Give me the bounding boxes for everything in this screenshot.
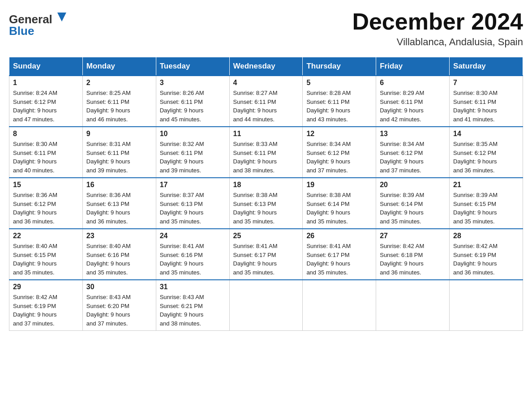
table-row: 4 Sunrise: 8:27 AMSunset: 6:11 PMDayligh… bbox=[229, 76, 303, 127]
day-number: 22 bbox=[13, 232, 79, 240]
day-number: 15 bbox=[13, 181, 79, 189]
table-row: 10 Sunrise: 8:32 AMSunset: 6:11 PMDaylig… bbox=[156, 127, 229, 178]
day-info: Sunrise: 8:41 AMSunset: 6:17 PMDaylight:… bbox=[306, 243, 351, 276]
col-monday: Monday bbox=[82, 57, 156, 76]
day-info: Sunrise: 8:42 AMSunset: 6:19 PMDaylight:… bbox=[453, 243, 498, 276]
day-number: 6 bbox=[380, 79, 446, 87]
day-info: Sunrise: 8:43 AMSunset: 6:20 PMDaylight:… bbox=[86, 294, 131, 327]
col-wednesday: Wednesday bbox=[229, 57, 303, 76]
table-row: 27 Sunrise: 8:42 AMSunset: 6:18 PMDaylig… bbox=[376, 229, 450, 280]
table-row: 6 Sunrise: 8:29 AMSunset: 6:11 PMDayligh… bbox=[376, 76, 450, 127]
day-number: 2 bbox=[86, 79, 152, 87]
week-row-4: 22 Sunrise: 8:40 AMSunset: 6:15 PMDaylig… bbox=[9, 229, 523, 280]
col-sunday: Sunday bbox=[9, 57, 83, 76]
day-info: Sunrise: 8:36 AMSunset: 6:13 PMDaylight:… bbox=[86, 192, 131, 225]
day-info: Sunrise: 8:34 AMSunset: 6:12 PMDaylight:… bbox=[380, 141, 424, 174]
day-info: Sunrise: 8:31 AMSunset: 6:11 PMDaylight:… bbox=[86, 141, 131, 174]
day-info: Sunrise: 8:39 AMSunset: 6:15 PMDaylight:… bbox=[453, 192, 498, 225]
week-row-2: 8 Sunrise: 8:30 AMSunset: 6:11 PMDayligh… bbox=[9, 127, 523, 178]
week-row-1: 1 Sunrise: 8:24 AMSunset: 6:12 PMDayligh… bbox=[9, 76, 523, 127]
day-info: Sunrise: 8:24 AMSunset: 6:12 PMDaylight:… bbox=[13, 90, 57, 123]
table-row: 7 Sunrise: 8:30 AMSunset: 6:11 PMDayligh… bbox=[450, 76, 523, 127]
day-number: 23 bbox=[86, 232, 152, 240]
table-row: 11 Sunrise: 8:33 AMSunset: 6:11 PMDaylig… bbox=[229, 127, 303, 178]
day-info: Sunrise: 8:25 AMSunset: 6:11 PMDaylight:… bbox=[86, 90, 131, 123]
day-info: Sunrise: 8:43 AMSunset: 6:21 PMDaylight:… bbox=[160, 294, 204, 327]
day-number: 31 bbox=[160, 283, 226, 291]
table-row: 25 Sunrise: 8:41 AMSunset: 6:17 PMDaylig… bbox=[229, 229, 303, 280]
day-number: 1 bbox=[13, 79, 79, 87]
day-number: 30 bbox=[86, 283, 152, 291]
table-row: 24 Sunrise: 8:41 AMSunset: 6:16 PMDaylig… bbox=[156, 229, 229, 280]
day-info: Sunrise: 8:41 AMSunset: 6:16 PMDaylight:… bbox=[160, 243, 204, 276]
title-area: December 2024 Villablanca, Andalusia, Sp… bbox=[352, 9, 523, 48]
day-info: Sunrise: 8:29 AMSunset: 6:11 PMDaylight:… bbox=[380, 90, 424, 123]
table-row: 15 Sunrise: 8:36 AMSunset: 6:12 PMDaylig… bbox=[9, 178, 83, 229]
table-row: 18 Sunrise: 8:38 AMSunset: 6:13 PMDaylig… bbox=[229, 178, 303, 229]
day-number: 8 bbox=[13, 130, 79, 138]
calendar-table: Sunday Monday Tuesday Wednesday Thursday… bbox=[9, 57, 523, 331]
table-row: 5 Sunrise: 8:28 AMSunset: 6:11 PMDayligh… bbox=[303, 76, 376, 127]
day-info: Sunrise: 8:39 AMSunset: 6:14 PMDaylight:… bbox=[380, 192, 424, 225]
col-friday: Friday bbox=[376, 57, 450, 76]
day-number: 27 bbox=[380, 232, 446, 240]
table-row: 9 Sunrise: 8:31 AMSunset: 6:11 PMDayligh… bbox=[82, 127, 156, 178]
table-row bbox=[229, 280, 303, 331]
logo: General Blue bbox=[9, 9, 67, 38]
day-info: Sunrise: 8:38 AMSunset: 6:13 PMDaylight:… bbox=[233, 192, 278, 225]
table-row: 2 Sunrise: 8:25 AMSunset: 6:11 PMDayligh… bbox=[82, 76, 156, 127]
day-number: 28 bbox=[453, 232, 519, 240]
table-row: 14 Sunrise: 8:35 AMSunset: 6:12 PMDaylig… bbox=[450, 127, 523, 178]
col-tuesday: Tuesday bbox=[156, 57, 229, 76]
day-info: Sunrise: 8:30 AMSunset: 6:11 PMDaylight:… bbox=[13, 141, 57, 174]
day-number: 16 bbox=[86, 181, 152, 189]
day-number: 3 bbox=[160, 79, 226, 87]
day-info: Sunrise: 8:41 AMSunset: 6:17 PMDaylight:… bbox=[233, 243, 278, 276]
logo-svg: General Blue bbox=[9, 9, 67, 38]
day-number: 12 bbox=[306, 130, 372, 138]
table-row: 29 Sunrise: 8:42 AMSunset: 6:19 PMDaylig… bbox=[9, 280, 83, 331]
week-row-5: 29 Sunrise: 8:42 AMSunset: 6:19 PMDaylig… bbox=[9, 280, 523, 331]
day-number: 9 bbox=[86, 130, 152, 138]
table-row: 1 Sunrise: 8:24 AMSunset: 6:12 PMDayligh… bbox=[9, 76, 83, 127]
day-info: Sunrise: 8:33 AMSunset: 6:11 PMDaylight:… bbox=[233, 141, 278, 174]
day-number: 7 bbox=[453, 79, 519, 87]
table-row: 3 Sunrise: 8:26 AMSunset: 6:11 PMDayligh… bbox=[156, 76, 229, 127]
table-row: 16 Sunrise: 8:36 AMSunset: 6:13 PMDaylig… bbox=[82, 178, 156, 229]
col-thursday: Thursday bbox=[303, 57, 376, 76]
day-info: Sunrise: 8:35 AMSunset: 6:12 PMDaylight:… bbox=[453, 141, 498, 174]
day-number: 19 bbox=[306, 181, 372, 189]
day-number: 11 bbox=[233, 130, 299, 138]
day-number: 5 bbox=[306, 79, 372, 87]
table-row: 30 Sunrise: 8:43 AMSunset: 6:20 PMDaylig… bbox=[82, 280, 156, 331]
day-number: 17 bbox=[160, 181, 226, 189]
table-row: 8 Sunrise: 8:30 AMSunset: 6:11 PMDayligh… bbox=[9, 127, 83, 178]
day-number: 14 bbox=[453, 130, 519, 138]
day-number: 10 bbox=[160, 130, 226, 138]
week-row-3: 15 Sunrise: 8:36 AMSunset: 6:12 PMDaylig… bbox=[9, 178, 523, 229]
day-info: Sunrise: 8:34 AMSunset: 6:12 PMDaylight:… bbox=[306, 141, 351, 174]
table-row: 31 Sunrise: 8:43 AMSunset: 6:21 PMDaylig… bbox=[156, 280, 229, 331]
day-info: Sunrise: 8:37 AMSunset: 6:13 PMDaylight:… bbox=[160, 192, 204, 225]
day-number: 13 bbox=[380, 130, 446, 138]
table-row: 13 Sunrise: 8:34 AMSunset: 6:12 PMDaylig… bbox=[376, 127, 450, 178]
day-info: Sunrise: 8:28 AMSunset: 6:11 PMDaylight:… bbox=[306, 90, 351, 123]
location-title: Villablanca, Andalusia, Spain bbox=[352, 36, 523, 48]
table-row: 12 Sunrise: 8:34 AMSunset: 6:12 PMDaylig… bbox=[303, 127, 376, 178]
day-info: Sunrise: 8:26 AMSunset: 6:11 PMDaylight:… bbox=[160, 90, 204, 123]
header: General Blue December 2024 Villablanca, … bbox=[9, 9, 523, 48]
day-info: Sunrise: 8:36 AMSunset: 6:12 PMDaylight:… bbox=[13, 192, 57, 225]
day-number: 24 bbox=[160, 232, 226, 240]
day-number: 4 bbox=[233, 79, 299, 87]
table-row: 21 Sunrise: 8:39 AMSunset: 6:15 PMDaylig… bbox=[450, 178, 523, 229]
day-number: 21 bbox=[453, 181, 519, 189]
table-row: 22 Sunrise: 8:40 AMSunset: 6:15 PMDaylig… bbox=[9, 229, 83, 280]
table-row: 26 Sunrise: 8:41 AMSunset: 6:17 PMDaylig… bbox=[303, 229, 376, 280]
table-row: 17 Sunrise: 8:37 AMSunset: 6:13 PMDaylig… bbox=[156, 178, 229, 229]
day-info: Sunrise: 8:30 AMSunset: 6:11 PMDaylight:… bbox=[453, 90, 498, 123]
table-row bbox=[376, 280, 450, 331]
day-number: 26 bbox=[306, 232, 372, 240]
day-info: Sunrise: 8:42 AMSunset: 6:18 PMDaylight:… bbox=[380, 243, 424, 276]
table-row: 20 Sunrise: 8:39 AMSunset: 6:14 PMDaylig… bbox=[376, 178, 450, 229]
day-number: 25 bbox=[233, 232, 299, 240]
